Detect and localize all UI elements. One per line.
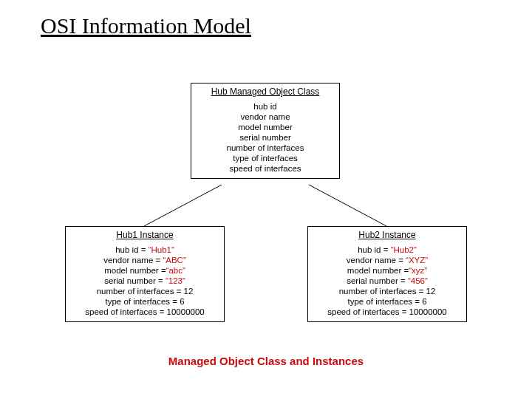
attr-vendor-name: vendor name [199,112,332,122]
page-title: OSI Information Model [41,13,251,38]
class-box-header: Hub Managed Object Class [191,83,339,100]
instance-2-header: Hub2 Instance [308,227,466,243]
svg-line-0 [144,185,222,226]
instance-box-1: Hub1 Instance hub id = “Hub1” vendor nam… [65,226,225,322]
class-box: Hub Managed Object Class hub id vendor n… [191,83,340,179]
caption: Managed Object Class and Instances [0,355,532,367]
inst2-model: model number =“xyz” [316,265,459,276]
instance-2-body: hub id = “Hub2” vendor name = “XYZ” mode… [308,243,466,321]
inst1-numif: number of interfaces = 12 [73,286,216,296]
inst2-vendor: vendor name = “XYZ” [316,255,459,265]
slide: OSI Information Model Hub Managed Object… [0,0,532,399]
svg-line-1 [309,185,386,226]
inst2-hub-id: hub id = “Hub2” [316,245,459,255]
inst1-model: model number =“abc” [73,265,216,276]
inst2-numif: number of interfaces = 12 [316,286,459,296]
attr-num-if: number of interfaces [199,143,332,153]
inst1-vendor: vendor name = “ABC” [73,255,216,265]
inst2-speed: speed of interfaces = 10000000 [316,307,459,317]
inst1-typeif: type of interfaces = 6 [73,296,216,307]
inst1-serial: serial number = “123” [73,276,216,286]
connector-lines [0,0,532,399]
instance-box-2: Hub2 Instance hub id = “Hub2” vendor nam… [307,226,467,322]
instance-1-body: hub id = “Hub1” vendor name = “ABC” mode… [66,243,224,321]
class-box-body: hub id vendor name model number serial n… [191,100,339,178]
attr-speed-if: speed of interfaces [199,163,332,174]
inst2-typeif: type of interfaces = 6 [316,296,459,307]
attr-serial-number: serial number [199,132,332,143]
instance-1-header: Hub1 Instance [66,227,224,243]
attr-hub-id: hub id [199,101,332,112]
inst1-speed: speed of interfaces = 10000000 [73,307,216,317]
attr-model-number: model number [199,122,332,132]
attr-type-if: type of interfaces [199,153,332,163]
inst2-serial: serial number = “456” [316,276,459,286]
inst1-hub-id: hub id = “Hub1” [73,245,216,255]
